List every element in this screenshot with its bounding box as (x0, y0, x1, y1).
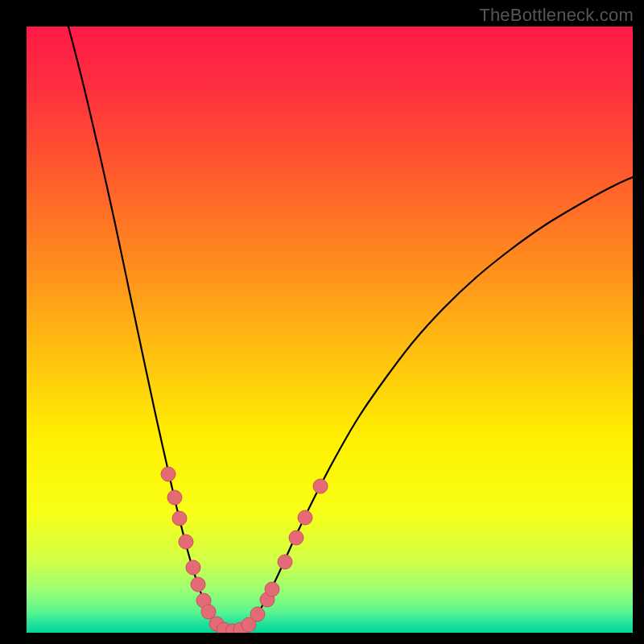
plot-area (27, 27, 633, 633)
data-marker (186, 560, 200, 575)
data-marker (161, 467, 175, 481)
data-marker (167, 490, 182, 505)
data-marker (298, 510, 312, 525)
data-marker (313, 479, 328, 493)
watermark-text: TheBottleneck.com (479, 5, 634, 26)
data-marker (265, 582, 279, 597)
data-marker (172, 511, 187, 526)
data-marker (179, 535, 193, 549)
plot-svg (27, 27, 633, 633)
gradient-background (27, 27, 633, 633)
data-marker (289, 530, 303, 545)
chart-frame: TheBottleneck.com (0, 0, 644, 644)
data-marker (191, 577, 205, 592)
data-marker (278, 555, 292, 569)
data-marker (250, 607, 265, 621)
